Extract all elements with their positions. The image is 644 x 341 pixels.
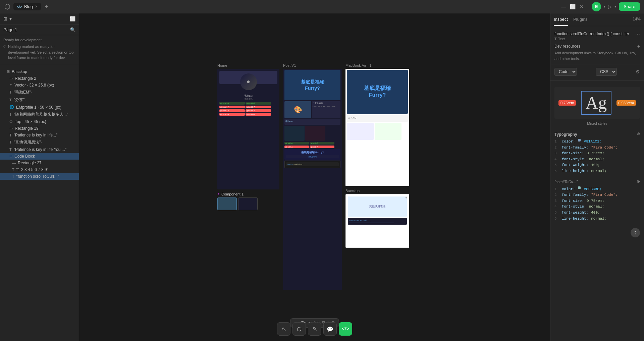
layer-item-rect27[interactable]: —Rectangle 27 (0, 160, 79, 166)
move-icon: ↖ (282, 326, 286, 332)
dev-resources-section: Dev resources + Add development links to… (550, 41, 644, 64)
layer-icon-emprofile: 🌐 (9, 105, 14, 109)
line-number: 5 (554, 210, 559, 216)
avatar-dropdown-icon[interactable]: ▾ (604, 5, 605, 8)
code-line: 2 font-family: "Fira Code"; (554, 145, 640, 151)
play-button[interactable]: ▷ (608, 4, 612, 9)
minimize-button[interactable]: — (561, 4, 566, 9)
css-code-block-2: 1 color: #8FBCBB; 2 font-family: "Fira C… (554, 186, 640, 222)
move-tool-button[interactable]: ↖ (277, 322, 290, 336)
scroll-copy-button[interactable]: ⊕ (637, 179, 640, 184)
element-subtype: T Text (554, 37, 635, 41)
code-tool-button[interactable]: </> (339, 322, 352, 336)
line-number: 1 (554, 139, 559, 145)
left-toolbar: ⊞ ▾ ⬜ (0, 13, 79, 24)
layers-list: ⊞Bacckup▭Rectangle 2✦Vector · 32 × 25.8 … (0, 68, 79, 180)
tag-tool-button[interactable]: ⬡ (292, 322, 306, 336)
toggle-panel-icon[interactable]: ⬜ (70, 16, 75, 21)
avatar-button[interactable]: E (592, 2, 601, 11)
layer-item-emprofile[interactable]: 🌐EMprofile 1 · 50 × 50 (px) (0, 104, 79, 111)
plugins-tab[interactable]: Plugins (573, 13, 588, 26)
layer-icon-text2: T (9, 98, 12, 102)
layer-item-text4[interactable]: T"Patience is key in life..." (0, 132, 79, 138)
help-button[interactable]: ? (631, 228, 640, 237)
layer-item-numbers[interactable]: T"1 2 3 4 5 6 7 8 9"· (0, 166, 79, 173)
close-tab-button[interactable]: ✕ (35, 5, 38, 8)
line-number: 2 (554, 192, 559, 198)
css-value: normal; (591, 168, 606, 174)
layer-label-rect27: Rectangle 27 (18, 161, 42, 165)
dev-resources-text: Add development links to Storybook, GitH… (554, 50, 640, 61)
css-type-select[interactable]: CSS (596, 68, 617, 76)
layer-item-vector[interactable]: ✦Vector · 32 × 25.8 (px) (0, 82, 79, 89)
layer-item-text6[interactable]: T"Patience is key in life You ..." (0, 146, 79, 153)
layer-label-backcup: Bacckup (12, 69, 27, 74)
typography-preview: 0.75rem Ag 0.938rem (554, 87, 640, 119)
css-code-block-1: 1 color: #81A1C1; 2 font-family: "Fira C… (554, 139, 640, 174)
right-panel: Inspect Plugins 14% function scrollToCur… (550, 13, 644, 341)
comment-icon: 💬 (327, 326, 333, 332)
layer-item-backcup[interactable]: ⊞Bacckup (0, 68, 79, 75)
left-panel: ⊞ ▾ ⬜ Page 1 🔍 Ready for development ◇ N… (0, 13, 79, 341)
typography-copy-button[interactable]: ⊕ (637, 131, 640, 136)
play-dropdown-icon[interactable]: ▾ (614, 5, 616, 8)
line-number: 3 (554, 151, 559, 157)
layer-icon-rect27: — (12, 161, 16, 165)
code-section: Code CSS ⚙ (550, 64, 644, 81)
home-frame: Home ● 毛劲EM 乾淨漂亮 (217, 63, 279, 210)
layer-item-codeblock[interactable]: ⊟Code Block (0, 153, 79, 160)
maximize-button[interactable]: ⬜ (570, 4, 576, 9)
css-value: 0.75rem; (587, 151, 604, 157)
search-icon[interactable]: 🔍 (70, 27, 75, 32)
layer-label-text1: "毛劲EM"· (14, 90, 32, 95)
layers-dropdown-icon[interactable]: ▾ (9, 16, 12, 21)
css-property: color: (562, 186, 575, 192)
code-line: 5 font-weight: 400; (554, 210, 640, 216)
layer-item-rect19[interactable]: ▭Rectangle 19 (0, 125, 79, 132)
topbar: </> Blog ✕ + — ⬜ ✕ E ▾ ▷ ▾ Share (0, 0, 644, 13)
more-options-button[interactable]: ⋯ (635, 32, 640, 37)
ready-section: Ready for development ◇ Nothing marked a… (0, 35, 79, 63)
layer-item-rect2[interactable]: ▭Rectangle 2 (0, 75, 79, 82)
comment-tool-button[interactable]: 💬 (323, 322, 337, 336)
file-tab[interactable]: </> Blog ✕ (13, 3, 41, 10)
layers-icon[interactable]: ⊞ (3, 16, 7, 21)
right-rem-badge: 0.938rem (616, 100, 636, 106)
code-language-select[interactable]: Code (554, 68, 577, 76)
css-property: font-size: (562, 198, 584, 204)
layer-item-top[interactable]: ⬡Top · 45 × 45 (px) (0, 118, 79, 125)
code-line: 1 color: #8FBCBB; (554, 186, 640, 192)
line-number: 6 (554, 216, 559, 222)
tag-icon: ⬡ (297, 326, 302, 332)
tab-code-icon: </> (17, 5, 22, 9)
line-number: 2 (554, 145, 559, 151)
code-line: 3 font-size: 0.75rem; (554, 198, 640, 204)
layer-item-text1[interactable]: T"毛劲EM"· (0, 89, 79, 96)
layer-item-text3[interactable]: T"随着网路的普及越来越多人..." (0, 111, 79, 118)
typo-letter-display: Ag (581, 91, 612, 115)
post-v1-frame: Post V1 基底是福瑞Furry? 🎨 什麼是福瑞 Lorem ipsum … (283, 63, 342, 290)
dev-resources-add-button[interactable]: + (637, 44, 640, 49)
layer-item-text2[interactable]: T"分享"· (0, 96, 79, 104)
text-type-icon: T (554, 37, 557, 41)
line-number: 5 (554, 162, 559, 168)
app-logo[interactable] (4, 3, 11, 10)
code-settings-button[interactable]: ⚙ (636, 69, 640, 74)
inspect-tab[interactable]: Inspect (554, 13, 568, 26)
share-button[interactable]: Share (619, 2, 640, 11)
code-icon: </> (341, 326, 349, 332)
css-value: #8FBCBB; (584, 186, 602, 192)
line-number: 4 (554, 157, 559, 163)
edit-tool-button[interactable]: ✎ (308, 322, 321, 336)
canvas-area[interactable]: Home ● 毛劲EM 乾淨漂亮 (79, 13, 550, 341)
layer-label-funcscroll: "function scrollToCurr..." (16, 174, 59, 179)
add-tab-button[interactable]: + (45, 4, 48, 10)
post-v1-label: Post V1 (283, 63, 342, 67)
code-line: 4 font-style: normal; (554, 204, 640, 210)
css-property: line-height: (562, 168, 588, 174)
close-window-button[interactable]: ✕ (580, 4, 584, 9)
main-layout: ⊞ ▾ ⬜ Page 1 🔍 Ready for development ◇ N… (0, 13, 644, 341)
layer-item-text5[interactable]: T"其他偶用想法"· (0, 138, 79, 146)
layer-item-funcscroll[interactable]: T"function scrollToCurr..." (0, 173, 79, 180)
macbook-frame: MacBook Air - 1 基底是福瑞Furry? 毛劲EM Bacc (345, 63, 409, 248)
